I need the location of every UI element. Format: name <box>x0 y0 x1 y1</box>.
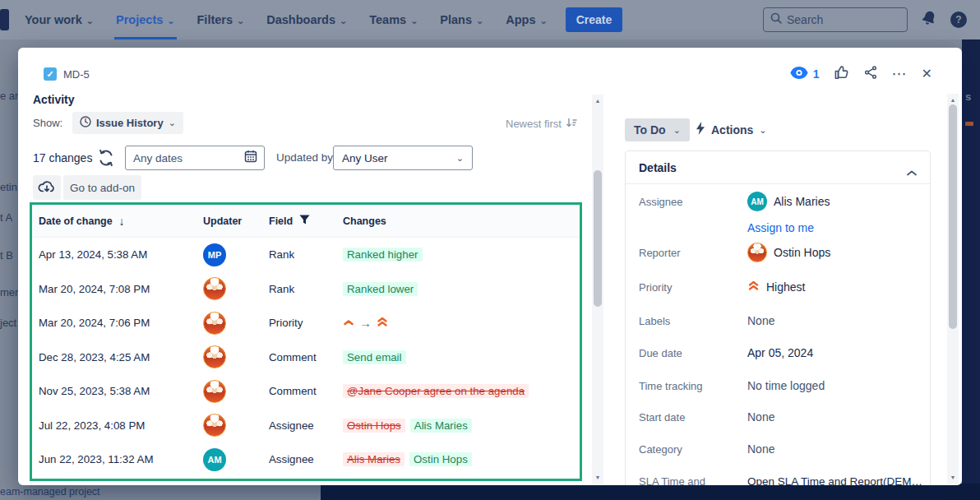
change-field: Assignee <box>269 453 343 465</box>
nav-item-your-work[interactable]: Your work⌄ <box>25 0 94 39</box>
global-search[interactable] <box>763 7 908 32</box>
search-input[interactable] <box>787 13 900 26</box>
change-field: Priority <box>269 317 343 329</box>
sidebar-fragment: etin <box>0 181 17 193</box>
search-icon <box>770 12 782 27</box>
activity-filter-dropdown[interactable]: Issue History ⌄ <box>72 112 183 134</box>
like-button[interactable] <box>834 65 849 84</box>
watch-count: 1 <box>813 67 820 81</box>
scroll-up-icon[interactable]: ▲ <box>592 98 603 104</box>
nav-item-label: Filters <box>197 13 233 26</box>
change-date: Jul 22, 2023, 4:08 PM <box>39 419 203 432</box>
field-assign-to-me: Assign to me <box>639 217 920 238</box>
field-label: Priority <box>639 281 747 294</box>
chevron-down-icon: ⌄ <box>167 16 174 25</box>
watch-button[interactable]: 1 <box>790 67 820 81</box>
changes-count: 17 changes <box>33 151 92 164</box>
history-row[interactable]: Mar 20, 2024, 7:06 PM Priority → <box>32 306 580 340</box>
category-value[interactable]: None <box>747 442 774 456</box>
due-date-value[interactable]: Apr 05, 2024 <box>747 346 813 359</box>
start-date-value[interactable]: None <box>747 410 774 424</box>
history-row[interactable]: Nov 25, 2023, 5:38 AM Comment @Jane Coop… <box>32 374 580 409</box>
avatar: AM <box>747 192 767 211</box>
change-date: Apr 13, 2024, 5:38 AM <box>39 248 203 261</box>
status-dropdown[interactable]: To Do ⌄ <box>625 118 690 141</box>
labels-value[interactable]: None <box>747 314 774 327</box>
history-row[interactable]: Dec 28, 2023, 4:25 AM Comment Send email <box>32 340 580 375</box>
sort-descending-icon[interactable]: ↓ <box>119 215 125 228</box>
activity-filter-value: Issue History <box>96 117 164 129</box>
chevron-down-icon: ⌄ <box>169 118 176 127</box>
scrollbar-thumb[interactable] <box>949 104 957 329</box>
filter-funnel-icon[interactable] <box>299 215 310 227</box>
notifications-bell-icon[interactable] <box>921 10 937 30</box>
refresh-button[interactable] <box>97 149 115 170</box>
scroll-up-icon[interactable]: ▲ <box>947 97 959 103</box>
chevron-down-icon: ⌄ <box>476 16 483 25</box>
history-row[interactable]: Jun 22, 2023, 11:32 AM AM Assignee Alis … <box>32 442 580 477</box>
reporter-name: Ostin Hops <box>774 246 830 259</box>
avatar <box>203 414 226 437</box>
help-icon[interactable]: ? <box>950 12 967 28</box>
cloud-download-icon <box>38 178 56 197</box>
field-label: Due date <box>639 347 747 359</box>
nav-item-plans[interactable]: Plans⌄ <box>440 0 483 39</box>
added-value: Send email <box>343 350 406 364</box>
cloud-addon-button[interactable] <box>33 175 61 200</box>
field-label: Assignee <box>639 196 747 208</box>
share-button[interactable] <box>863 65 878 83</box>
collapse-chevron-icon[interactable] <box>907 164 917 179</box>
added-value: Ranked lower <box>343 282 418 296</box>
nav-right-group: ? <box>763 7 967 32</box>
sort-order-control[interactable]: Newest first <box>506 117 577 131</box>
thumbs-up-icon <box>834 65 849 84</box>
change-field: Comment <box>269 385 343 397</box>
nav-item-projects[interactable]: Projects⌄ <box>116 0 174 39</box>
added-value: Ostin Hops <box>409 452 472 466</box>
details-scrollbar[interactable]: ▲ ▼ <box>947 94 959 484</box>
nav-item-filters[interactable]: Filters⌄ <box>197 0 245 39</box>
issue-key[interactable]: MD-5 <box>63 68 90 81</box>
screen: Your work⌄ Projects⌄ Filters⌄ Dashboards… <box>0 0 980 500</box>
time-tracking-value[interactable]: No time logged <box>747 379 825 392</box>
close-icon[interactable]: ✕ <box>922 67 932 81</box>
background-text-fragment: s <box>965 90 971 103</box>
removed-value: @Jane Cooper agree on the agenda <box>343 384 529 398</box>
scroll-down-icon[interactable]: ▼ <box>947 475 959 480</box>
go-to-addon-button[interactable]: Go to add-on <box>63 175 141 200</box>
nav-item-teams[interactable]: Teams⌄ <box>369 0 418 39</box>
updated-by-select[interactable]: Any User ⌄ <box>333 146 473 170</box>
more-actions-button[interactable]: ⋯ <box>892 67 908 81</box>
create-button[interactable]: Create <box>566 7 623 32</box>
reporter-value[interactable]: Ostin Hops <box>747 243 830 262</box>
history-row[interactable]: Apr 13, 2024, 5:38 AM MP Rank Ranked hig… <box>32 238 580 272</box>
nav-item-apps[interactable]: Apps⌄ <box>506 0 547 39</box>
column-field: Field <box>269 215 293 227</box>
nav-item-dashboards[interactable]: Dashboards⌄ <box>266 0 347 39</box>
show-label: Show: <box>33 117 62 129</box>
sla-report-link[interactable]: Open SLA Time and Report(DEM… <box>747 475 922 486</box>
activity-scrollbar[interactable]: ▲ ▼ <box>592 95 603 484</box>
priority-value[interactable]: Highest <box>747 280 805 294</box>
date-filter[interactable] <box>125 146 265 170</box>
date-filter-input[interactable] <box>133 152 239 164</box>
removed-value: Ostin Hops <box>343 419 405 433</box>
issue-modal: ✓ MD-5 1 ⋯ ✕ Activity Show: Issue Histor… <box>18 48 962 485</box>
field-priority: Priority Highest <box>639 276 920 298</box>
field-start-date: Start date None <box>639 406 920 428</box>
scrollbar-thumb[interactable] <box>594 170 602 307</box>
actions-dropdown[interactable]: Actions ⌄ <box>696 118 767 141</box>
column-date-of-change[interactable]: Date of change <box>39 215 113 227</box>
background-right-panel: s <box>962 39 980 500</box>
assign-to-me-link[interactable]: Assign to me <box>747 221 814 234</box>
history-row[interactable]: Jul 22, 2023, 4:08 PM Assignee Ostin Hop… <box>32 409 580 443</box>
assignee-value[interactable]: AMAlis Maries <box>747 192 830 211</box>
change-date: Jun 22, 2023, 11:32 AM <box>39 453 203 465</box>
priority-highest-icon <box>377 317 388 330</box>
nav-item-label: Your work <box>25 13 82 26</box>
status-value: To Do <box>634 123 666 137</box>
assignee-name: Alis Maries <box>774 195 830 208</box>
scroll-down-icon[interactable]: ▼ <box>592 475 603 480</box>
history-row[interactable]: Mar 20, 2024, 7:08 PM Rank Ranked lower <box>32 272 580 307</box>
change-date: Nov 25, 2023, 5:38 AM <box>39 385 203 397</box>
